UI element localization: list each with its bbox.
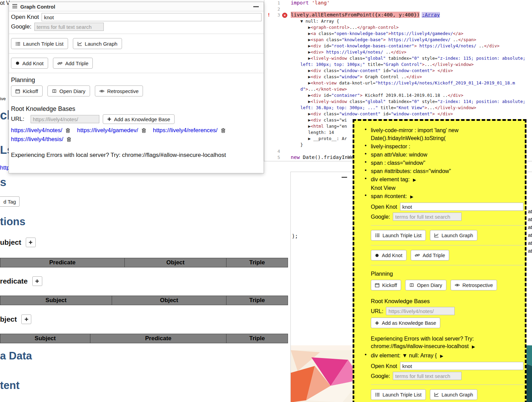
google-search-input[interactable] [393,213,462,221]
inspector-tree-line[interactable]: ▶<a class="open-knowledge-base">https://… [291,31,530,37]
chart-icon [77,42,82,46]
launch-button-row: Launch Triple List Launch Graph [11,38,262,49]
error-highlighted-code[interactable]: lively.allElementsFromPoint({x:400, y:40… [291,12,420,18]
open-diary-button[interactable]: Open Diary [405,280,446,290]
clipped-text-fragment: at [528,208,532,214]
launch-triple-list-button[interactable]: Launch Triple List [371,389,426,400]
open-knot-input[interactable] [400,362,524,370]
knowledge-base-link[interactable]: https://lively4/thesis/ [11,136,63,143]
minimize-button[interactable] [253,6,259,7]
google-search-input[interactable] [393,372,462,380]
add-knot-button[interactable]: Add Knot [371,250,407,261]
kickoff-button[interactable]: Kickoff [371,280,401,290]
launch-triple-list-button[interactable]: Launch Triple List [371,230,426,241]
planning-heading: Planning [10,77,262,84]
open-knot-input[interactable] [42,13,262,21]
book-icon [409,283,414,287]
knowledge-base-link[interactable]: https://lively4/gamedev/ [77,127,138,134]
code-fragment: ); [292,233,298,239]
window-titlebar[interactable]: Graph Control [9,2,264,11]
divider [371,384,523,385]
expand-icon[interactable]: ▶ [472,344,475,349]
knowledge-base-link[interactable]: https://lively4/notes/ [11,127,62,134]
calendar-icon [375,283,379,287]
book-icon [52,89,57,93]
inspector-tree-line[interactable]: ▶<div id="root-knowledge-bases-container… [291,43,530,49]
retrospective-button[interactable]: Retrospective [95,85,143,96]
delete-knowledge-base-button[interactable] [66,128,70,133]
inspector-tree-line[interactable]: ▶<lively-window class="global" tabindex=… [291,99,530,111]
hamburger-menu-icon[interactable] [12,3,17,10]
inspector-tree-line[interactable]: ▶<graph-control>...</graph-control> [291,24,530,31]
subject-predicate-table: SubjectPredicateTriple [0,334,288,343]
list-icon [375,392,380,397]
code-line-2[interactable] [291,6,530,12]
inspector-tree-line[interactable]: ▶<knot-view data-knot-url="https://livel… [291,80,530,92]
divider [9,73,264,73]
bullet-icon: • [362,142,371,150]
add-subject-button[interactable] [26,238,36,247]
local-server-error-hint: Experiencing Errors with local server? T… [371,335,523,351]
kickoff-button[interactable]: Kickoff [11,85,43,96]
inspector-tree-line[interactable]: ▶<lively-window class="global" tabindex=… [291,55,530,68]
delete-knowledge-base-button[interactable] [67,137,71,142]
subtitle-fragment: ive [0,96,6,101]
divider [9,34,264,34]
launch-graph-button[interactable]: Launch Graph [73,38,122,49]
calendar-icon [15,89,20,93]
add-predicate-button[interactable] [32,276,42,286]
inspector-tree-line[interactable]: ▶<div class="window-content" id="window-… [291,111,530,117]
table-column-header: Predicate [90,334,226,343]
knowledge-base-link[interactable]: https://lively4/references/ [153,127,218,134]
bullet-icon: • [362,167,371,175]
launch-triple-list-button[interactable]: Launch Triple List [11,38,68,49]
launch-graph-button[interactable]: Launch Graph [430,389,477,400]
inspector-tree-line[interactable]: ▼ null: Array { [291,18,530,24]
inspector-tree-line[interactable]: ▶<div id="container"> Kickoff 2019.01.14… [291,92,530,99]
add-as-knowledge-base-button[interactable]: Add as Knowledge Base [103,114,175,124]
inspector-tree-line[interactable]: ▶<div class="window-content" id="window-… [291,68,530,74]
predicate-object-table: PredicateObjectTriple [0,258,288,267]
open-knot-input[interactable] [400,203,524,211]
url-label: URL: [11,116,24,123]
root-knowledge-bases-heading: Root Knowledge Bases [10,105,262,113]
bullet-icon: • [362,151,371,159]
launch-graph-button[interactable]: Launch Graph [430,230,477,241]
expand-icon[interactable]: ▶ [410,194,413,199]
inspector-tree-line[interactable]: ▶<div> https://lively4/notes/ ..</div> [291,49,530,55]
open-diary-button[interactable]: Open Diary [47,85,90,96]
divider [9,53,264,54]
url-row: URL: Add as Knowledge Base [10,114,262,124]
add-tag-button[interactable]: d Tag [0,196,20,207]
table-column-header: Subject [0,296,112,305]
result-annotation-link[interactable]: :Array [422,12,440,18]
clipped-text-fragment: at [528,240,532,246]
open-knot-label: Open Knot [371,203,397,211]
add-knot-button[interactable]: Add Knot [11,58,48,69]
delete-knowledge-base-button[interactable] [221,128,225,133]
delete-knowledge-base-button[interactable] [142,128,146,133]
line-number: 4 [277,149,280,154]
code-line-3[interactable]: lively.allElementsFromPoint({x:400, y:40… [291,12,530,18]
add-object-button[interactable] [21,314,31,324]
retrospective-button[interactable]: Retrospective [451,280,497,290]
google-row: Google: [10,23,262,31]
table-column-header: Triple [226,258,288,267]
inspector-tree-line[interactable]: ▶<span class="knowledge-base"> https://l… [291,37,530,43]
knowledge-base-url-input[interactable] [31,115,99,123]
add-triple-button[interactable]: Add Triple [411,250,449,261]
expand-icon[interactable]: ▶ [413,177,416,182]
google-search-input[interactable] [34,23,104,31]
bullet-icon: • [362,175,371,192]
bullet-icon: • [362,352,371,400]
minimize-button[interactable] [342,177,347,178]
inspector-tree-line[interactable]: ▶<div class="window"> Graph Control ..</… [291,74,530,80]
add-triple-button[interactable]: Add Triple [53,58,93,69]
code-line-1[interactable]: import 'lang' [291,0,530,6]
launch-button-row: Launch Triple List Launch Graph [371,389,523,400]
expand-icon[interactable]: ▶ [440,354,443,358]
add-as-knowledge-base-button[interactable]: Add as Knowledge Base [371,318,440,328]
table-header-row: SubjectPredicateTriple [0,334,288,343]
table-column-header: Subject [0,334,90,343]
knowledge-base-url-input[interactable] [386,307,455,315]
